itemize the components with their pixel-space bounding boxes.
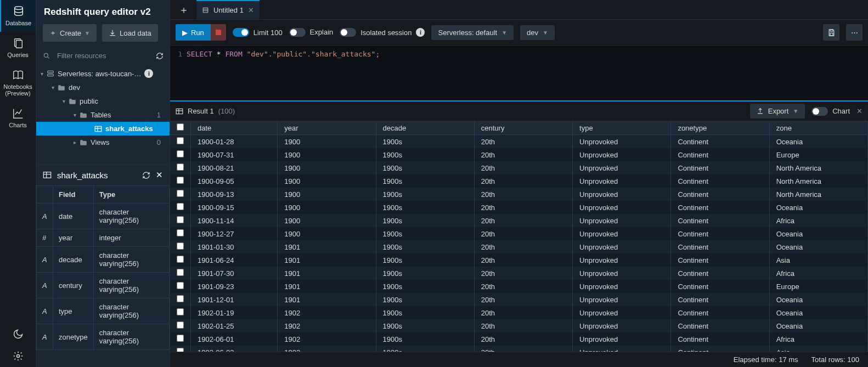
row-checkbox[interactable]: [177, 150, 184, 157]
row-checkbox[interactable]: [177, 348, 184, 352]
tree-views[interactable]: ▸ Views 0: [36, 135, 170, 149]
sql-editor[interactable]: 1 SELECT * FROM "dev"."public"."shark_at…: [170, 46, 868, 100]
table-row[interactable]: 1900-07-3119001900s20thUnprovokedContine…: [170, 148, 868, 161]
rail-settings[interactable]: [0, 345, 36, 367]
table-row[interactable]: 1902-06-0119021900s20thUnprovokedContine…: [170, 332, 868, 346]
field-name: zonetype: [53, 324, 94, 350]
table-row[interactable]: 1900-08-2119001900s20thUnprovokedContine…: [170, 161, 868, 174]
run-button[interactable]: ▶ Run: [176, 24, 211, 41]
filter-input[interactable]: [55, 49, 151, 62]
row-checkbox[interactable]: [177, 282, 184, 289]
isolated-toggle[interactable]: [340, 28, 356, 37]
export-button[interactable]: Export ▼: [750, 104, 805, 118]
column-header[interactable]: year: [278, 121, 376, 135]
table-row[interactable]: 1901-09-2319011900s20thUnprovokedContine…: [170, 280, 868, 293]
info-icon[interactable]: i: [416, 28, 425, 37]
create-button[interactable]: ＋ Create ▼: [43, 24, 97, 42]
column-header[interactable]: type: [573, 121, 671, 135]
chevron-right-icon: ▸: [74, 139, 76, 145]
table-row[interactable]: 1902-01-1919021900s20thUnprovokedContine…: [170, 306, 868, 319]
row-checkbox[interactable]: [177, 229, 184, 236]
tree-db[interactable]: ▾ dev: [36, 81, 170, 94]
table-row[interactable]: 1900-09-0519001900s20thUnprovokedContine…: [170, 174, 868, 188]
cell: Continent: [671, 332, 769, 346]
row-checkbox[interactable]: [177, 308, 184, 315]
table-row[interactable]: 1902-06-0219021900s20thUnprovokedContine…: [170, 346, 868, 352]
column-header[interactable]: zonetype: [671, 121, 769, 135]
rail-database[interactable]: Database: [0, 0, 36, 32]
row-checkbox[interactable]: [177, 203, 184, 210]
info-icon[interactable]: i: [144, 69, 153, 78]
add-tab-button[interactable]: ＋: [173, 3, 194, 16]
limit-toggle[interactable]: [233, 28, 249, 37]
cell: 1900s: [376, 188, 474, 201]
close-icon[interactable]: ✕: [248, 6, 254, 14]
tree-tables[interactable]: ▾ Tables 1: [36, 108, 170, 122]
rail-notebooks[interactable]: Notebooks (Preview): [0, 64, 36, 102]
cell: 1900s: [376, 161, 474, 174]
load-data-button[interactable]: Load data: [102, 24, 158, 42]
more-button[interactable]: ⋯: [846, 24, 863, 41]
cell: 1900-12-27: [191, 227, 278, 240]
tree-table-shark-attacks[interactable]: shark_attacks: [36, 122, 170, 135]
search-icon: [43, 52, 50, 60]
tree-server[interactable]: ▾ Serverless: aws-toucan-… i: [36, 66, 170, 81]
chart-icon: [12, 108, 24, 120]
result-tab[interactable]: Result 1 (100): [176, 107, 235, 115]
save-button[interactable]: [823, 24, 839, 41]
table-row[interactable]: 1901-07-3019011900s20thUnprovokedContine…: [170, 267, 868, 280]
tab-untitled[interactable]: Untitled 1 ✕: [196, 0, 260, 19]
close-icon[interactable]: ✕: [156, 170, 163, 180]
tree-schema[interactable]: ▾ public: [36, 94, 170, 108]
chart-toggle[interactable]: [811, 107, 828, 116]
cell: 1900s: [376, 227, 474, 240]
row-checkbox[interactable]: [177, 190, 184, 197]
table-row[interactable]: 1901-12-0119011900s20thUnprovokedContine…: [170, 293, 868, 306]
row-checkbox[interactable]: [177, 216, 184, 223]
column-header[interactable]: decade: [376, 121, 474, 135]
column-header[interactable]: century: [474, 121, 572, 135]
svg-rect-2: [16, 41, 22, 48]
env-dropdown[interactable]: dev ▼: [520, 25, 555, 40]
cell: 20th: [474, 188, 572, 201]
select-all-checkbox[interactable]: [177, 123, 184, 131]
cell: 1901-06-24: [191, 253, 278, 267]
rail-charts[interactable]: Charts: [0, 102, 36, 134]
rail-queries[interactable]: Queries: [0, 32, 36, 64]
row-checkbox[interactable]: [177, 177, 184, 184]
table-row[interactable]: 1901-06-2419011900s20thUnprovokedContine…: [170, 253, 868, 267]
row-checkbox[interactable]: [177, 335, 184, 342]
table-row[interactable]: 1900-09-1519001900s20thUnprovokedContine…: [170, 201, 868, 214]
chevron-down-icon: ▾: [63, 98, 65, 104]
row-checkbox[interactable]: [177, 256, 184, 263]
col-field: Field: [53, 186, 94, 204]
row-checkbox[interactable]: [177, 269, 184, 276]
row-checkbox[interactable]: [177, 163, 184, 171]
column-header[interactable]: date: [191, 121, 278, 135]
explain-toggle[interactable]: [289, 28, 306, 37]
close-icon[interactable]: ✕: [856, 107, 863, 115]
table-row[interactable]: 1902-01-2519021900s20thUnprovokedContine…: [170, 319, 868, 332]
cell: 1902-01-25: [191, 319, 278, 332]
results-grid[interactable]: dateyeardecadecenturytypezonetypezone 19…: [170, 121, 868, 352]
refresh-icon[interactable]: [142, 171, 150, 179]
column-header[interactable]: zone: [769, 121, 867, 135]
table-row[interactable]: 1900-01-2819001900s20thUnprovokedContine…: [170, 135, 868, 149]
chevron-down-icon: ▼: [84, 30, 90, 36]
table-row[interactable]: 1900-12-2719001900s20thUnprovokedContine…: [170, 227, 868, 240]
svg-point-0: [14, 7, 22, 10]
serverless-dropdown[interactable]: Serverless: default ▼: [431, 25, 514, 40]
stop-button[interactable]: [211, 24, 226, 41]
row-checkbox[interactable]: [177, 295, 184, 302]
cell: Unprovoked: [573, 240, 671, 253]
rail-theme[interactable]: [0, 323, 36, 345]
table-row[interactable]: 1900-09-1319001900s20thUnprovokedContine…: [170, 188, 868, 201]
table-row[interactable]: 1901-01-3019011900s20thUnprovokedContine…: [170, 240, 868, 253]
row-checkbox[interactable]: [177, 242, 184, 250]
save-icon: [827, 29, 836, 37]
cell: 20th: [474, 346, 572, 352]
table-row[interactable]: 1900-11-1419001900s20thUnprovokedContine…: [170, 214, 868, 227]
row-checkbox[interactable]: [177, 321, 184, 329]
refresh-icon[interactable]: [156, 52, 164, 60]
row-checkbox[interactable]: [177, 137, 184, 144]
